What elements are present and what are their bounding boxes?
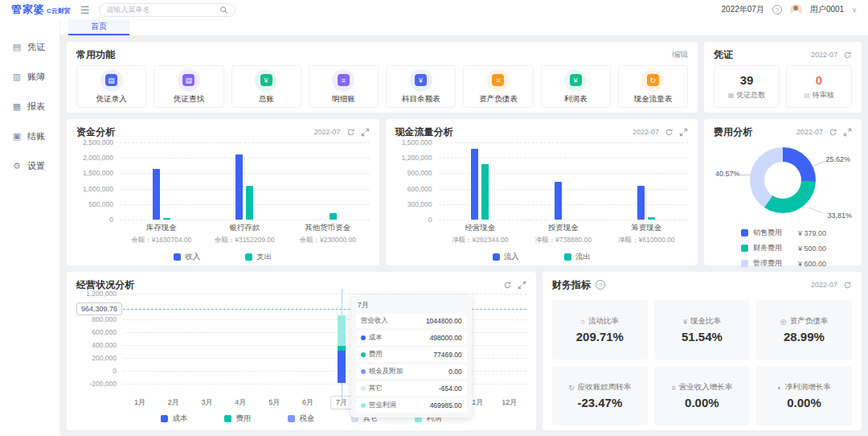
sidebar-item-reports[interactable]: ▦报表 — [0, 92, 59, 121]
help-icon[interactable]: ? — [596, 280, 605, 290]
expand-icon[interactable] — [843, 128, 852, 137]
bar-流入 — [471, 149, 478, 220]
edit-button[interactable]: 编辑 — [672, 49, 688, 60]
bar-收入 — [153, 169, 160, 220]
refresh-icon[interactable] — [503, 281, 512, 290]
expand-icon[interactable] — [361, 128, 370, 137]
function-card[interactable]: ≡明细账 — [309, 65, 379, 108]
function-card-label: 凭证录入 — [96, 94, 127, 105]
menu-icon[interactable]: ☰ — [80, 4, 90, 16]
sidebar-item-voucher[interactable]: ▤凭证 — [0, 32, 59, 62]
refresh-icon[interactable] — [843, 281, 852, 290]
sidebar-item-closing[interactable]: ▣结账 — [0, 121, 59, 151]
y-tick: 2,500,000 — [83, 138, 113, 146]
top-bar: 管家婆 C云财贸 ☰ 2022年07月 ? 用户0001 ∨ — [0, 0, 868, 19]
panel-title: 凭证 — [714, 48, 733, 62]
pie-pct-label: 25.62% — [825, 155, 850, 163]
panel-title: 资金分析 — [76, 125, 115, 139]
indicator-label: ↻应收账款周转率 — [568, 382, 631, 393]
stacked-bar — [338, 315, 346, 383]
y-tick: 1,200,000 — [402, 154, 432, 162]
function-card[interactable]: ≡资产负债表 — [463, 65, 533, 108]
sidebar-item-books[interactable]: ▥账簿 — [0, 62, 59, 92]
y-tick: 200,000 — [92, 354, 117, 362]
function-card[interactable]: ¥总账 — [231, 65, 301, 108]
sidebar-item-label: 报表 — [27, 101, 45, 113]
legend-item[interactable]: 支出 — [245, 252, 272, 262]
voucher-stat-card[interactable]: 0▤待审核 — [786, 65, 852, 108]
refresh-icon[interactable] — [843, 51, 852, 60]
search-input[interactable] — [106, 6, 215, 14]
expand-icon[interactable] — [518, 281, 526, 290]
legend-item[interactable]: 管理费用¥ 600.00 — [741, 258, 852, 269]
legend-item[interactable]: 销售费用¥ 379.00 — [741, 228, 852, 238]
legend-item[interactable]: 流入 — [493, 252, 519, 262]
dashboard-content: 常用功能 编辑 ▤凭证录入▤凭证查找¥总账≡明细账¥科目余额表≡资产负债表¥利润… — [60, 36, 868, 436]
function-card[interactable]: ¥科目余额表 — [386, 65, 456, 108]
avatar[interactable] — [790, 4, 802, 16]
voucher-stat-card[interactable]: 39▦凭证总数 — [714, 65, 780, 108]
refresh-icon[interactable] — [346, 128, 355, 137]
indicator-card: ↻应收账款周转率-23.47% — [552, 366, 648, 426]
legend-item[interactable]: 成本 — [161, 413, 187, 424]
chevron-down-icon[interactable]: ∨ — [852, 6, 857, 14]
legend-item[interactable]: 费用 — [224, 413, 251, 424]
function-card[interactable]: ¥利润表 — [541, 65, 611, 108]
sidebar-item-label: 账簿 — [27, 71, 45, 83]
profit-growth-icon: ◐ — [777, 384, 781, 392]
tab-bar: 首页 — [60, 19, 868, 36]
search-icon[interactable] — [219, 6, 228, 14]
indicator-card: ○流动比率209.71% — [552, 300, 648, 360]
receivable-turnover-icon: ↻ — [568, 384, 575, 392]
category-caption: 余额：¥3152209.00 — [203, 236, 287, 245]
help-icon[interactable]: ? — [772, 5, 782, 14]
tooltip-title: 7月 — [358, 300, 467, 311]
legend-item[interactable]: 税金 — [288, 413, 314, 424]
function-card[interactable]: ▤凭证录入 — [76, 65, 146, 108]
indicator-label: ≡营业收入增长率 — [672, 382, 733, 393]
operation-chart: 1,200,000800,000600,000400,000200,0000-2… — [76, 294, 526, 426]
voucher-icon: ▤ — [12, 42, 22, 52]
panel-period: 2022-07 — [633, 128, 659, 136]
bar-流出 — [481, 164, 489, 220]
legend-amount: ¥ 600.00 — [798, 260, 826, 268]
bar-支出 — [163, 218, 170, 220]
y-tick: 1,200,000 — [86, 290, 117, 298]
sidebar-item-label: 设置 — [27, 160, 45, 172]
refresh-icon[interactable] — [665, 128, 674, 137]
sidebar-item-settings[interactable]: ⚙设置 — [0, 151, 59, 181]
debt-ratio-icon: ◎ — [780, 318, 787, 326]
bar-流入 — [555, 182, 562, 220]
pie-pct-label: 40.57% — [715, 170, 740, 178]
category-caption: 余额：¥230000.00 — [286, 236, 370, 245]
stack-segment-成本 — [338, 351, 346, 383]
current-ratio-icon: ○ — [581, 318, 585, 326]
bar-收入 — [235, 154, 243, 220]
function-card[interactable]: ↻现金流量表 — [618, 65, 688, 108]
indicator-cards: ○流动比率209.71%¥现金比率51.54%◎资产负债率28.99%↻应收账款… — [552, 300, 852, 426]
user-name[interactable]: 用户0001 — [810, 4, 844, 15]
expense-legend: 销售费用¥ 379.00财务费用¥ 500.00管理费用¥ 600.00 — [741, 228, 852, 269]
function-card[interactable]: ▤凭证查找 — [154, 65, 223, 108]
bar-流入 — [637, 186, 645, 220]
function-card-label: 明细账 — [332, 94, 355, 105]
voucher-panel: 凭证 2022-07 39▦凭证总数0▤待审核 — [704, 42, 862, 113]
indicator-value: 51.54% — [682, 330, 723, 343]
refresh-icon[interactable] — [829, 128, 837, 137]
category-label: 投资现金 — [522, 223, 605, 233]
tab-home[interactable]: 首页 — [68, 19, 129, 35]
y-tick: 0 — [109, 216, 113, 224]
menu-search[interactable] — [99, 3, 235, 17]
legend-item[interactable]: 收入 — [174, 252, 200, 262]
legend-item[interactable]: 流出 — [564, 252, 591, 262]
chart-legend: 收入支出 — [76, 252, 370, 262]
expand-icon[interactable] — [679, 128, 688, 137]
legend-item[interactable]: 财务费用¥ 500.00 — [741, 243, 852, 253]
y-tick: -200,000 — [89, 380, 117, 388]
logo-text: 管家婆 — [11, 2, 45, 17]
category-label: 库存现金 — [120, 223, 203, 233]
stat-label: ▦凭证总数 — [728, 90, 766, 101]
bar-流出 — [648, 217, 655, 220]
current-period[interactable]: 2022年07月 — [722, 4, 764, 15]
category-label: 其他货币资金 — [286, 223, 370, 233]
